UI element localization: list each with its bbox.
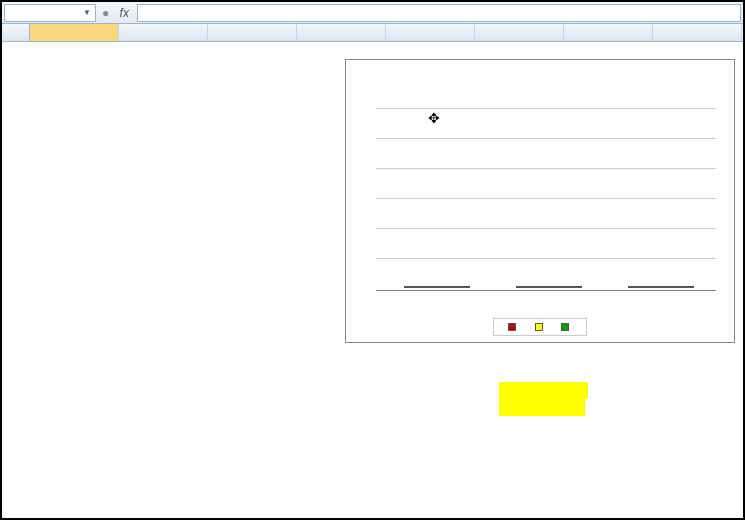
- cat-head-1: [410, 365, 499, 382]
- bar-2[interactable]: [516, 286, 582, 288]
- column-headers: [2, 24, 743, 42]
- hh-3[interactable]: [588, 399, 674, 416]
- hh-label: [305, 399, 405, 416]
- select-all-corner[interactable]: [2, 24, 30, 41]
- cat-head-3: [588, 365, 677, 382]
- col-header-4[interactable]: [297, 24, 386, 41]
- hh-2[interactable]: [499, 399, 585, 416]
- range-2[interactable]: [499, 382, 588, 399]
- col-header-8[interactable]: [653, 24, 742, 41]
- grid[interactable]: ✥: [2, 42, 743, 518]
- chart[interactable]: [345, 59, 735, 343]
- bar-3[interactable]: [628, 286, 694, 288]
- dropdown-icon[interactable]: ▼: [83, 8, 91, 17]
- range-1[interactable]: [410, 382, 499, 399]
- range-3[interactable]: [588, 382, 677, 399]
- chart-title: [346, 60, 734, 76]
- formula-input[interactable]: [137, 4, 741, 22]
- col-header-3[interactable]: [208, 24, 297, 41]
- chart-plot: [376, 108, 716, 288]
- hh-1[interactable]: [410, 399, 496, 416]
- col-header-5[interactable]: [386, 24, 475, 41]
- fx-icon[interactable]: fx: [113, 6, 135, 20]
- hash-cell[interactable]: [32, 93, 38, 110]
- cat-head-2: [499, 365, 588, 382]
- circle-icon[interactable]: ●: [98, 6, 113, 20]
- move-cursor-icon: ✥: [428, 110, 440, 126]
- note-text: [119, 42, 719, 59]
- range-label: [305, 382, 405, 399]
- formula-bar: ▼ ● fx: [2, 2, 743, 24]
- name-box[interactable]: ▼: [4, 4, 96, 22]
- col-header-7[interactable]: [564, 24, 653, 41]
- chart-legend: [346, 318, 734, 336]
- col-header-6[interactable]: [475, 24, 564, 41]
- col-header-1[interactable]: [30, 24, 119, 41]
- bar-1[interactable]: [404, 286, 470, 288]
- col-header-2[interactable]: [119, 24, 208, 41]
